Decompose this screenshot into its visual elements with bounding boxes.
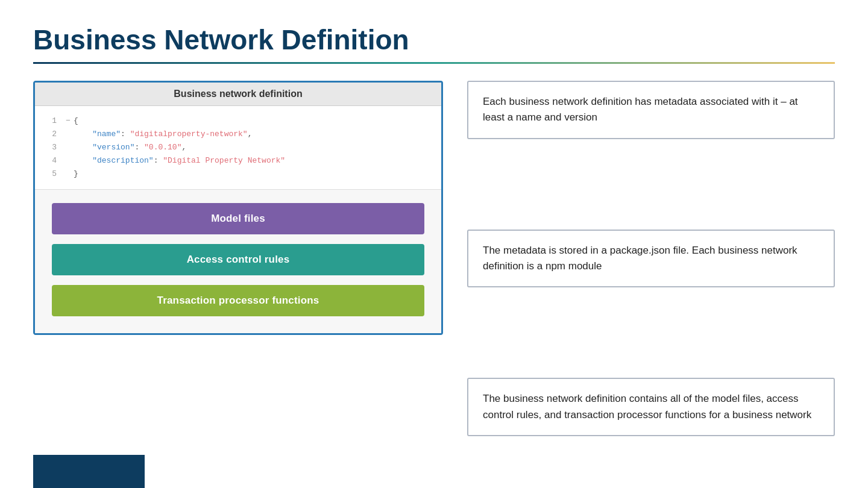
diagram-panel: Business network definition 1 − { 2 "nam…	[33, 81, 443, 335]
callout-2: The metadata is stored in a package.json…	[467, 230, 835, 288]
code-line-3: 3 "version": "0.0.10",	[46, 141, 430, 154]
slide: Business Network Definition Business net…	[0, 0, 868, 488]
code-line-2: 2 "name": "digitalproperty-network",	[46, 128, 430, 141]
line-content-4: "description": "Digital Property Network…	[74, 154, 285, 167]
line-content-1: {	[74, 114, 78, 128]
block-transaction-processor: Transaction processor functions	[52, 285, 424, 316]
diagram-header: Business network definition	[35, 83, 441, 106]
line-num-2: 2	[46, 128, 63, 141]
block-access-control: Access control rules	[52, 244, 424, 275]
line-content-2: "name": "digitalproperty-network",	[74, 128, 253, 141]
callout-3: The business network definition contains…	[467, 378, 835, 436]
line-num-3: 3	[46, 141, 63, 154]
title-divider	[33, 62, 835, 64]
page-title: Business Network Definition	[33, 24, 835, 56]
line-content-3: "version": "0.0.10",	[74, 141, 186, 154]
block-model-files: Model files	[52, 203, 424, 234]
line-num-1: 1	[46, 114, 63, 128]
content-area: Business network definition 1 − { 2 "nam…	[33, 81, 835, 436]
blocks-section: Model files Access control rules Transac…	[35, 190, 441, 333]
bottom-accent-rect	[33, 455, 145, 488]
line-num-4: 4	[46, 154, 63, 167]
title-section: Business Network Definition	[33, 24, 835, 64]
line-collapse-1: −	[63, 114, 74, 128]
code-section: 1 − { 2 "name": "digitalproperty-network…	[35, 106, 441, 190]
code-line-1: 1 − {	[46, 114, 430, 128]
line-content-5: }	[74, 167, 78, 181]
callout-1: Each business network definition has met…	[467, 81, 835, 139]
line-num-5: 5	[46, 167, 63, 181]
code-line-5: 5 }	[46, 167, 430, 181]
callouts-column: Each business network definition has met…	[467, 81, 835, 436]
code-line-4: 4 "description": "Digital Property Netwo…	[46, 154, 430, 167]
